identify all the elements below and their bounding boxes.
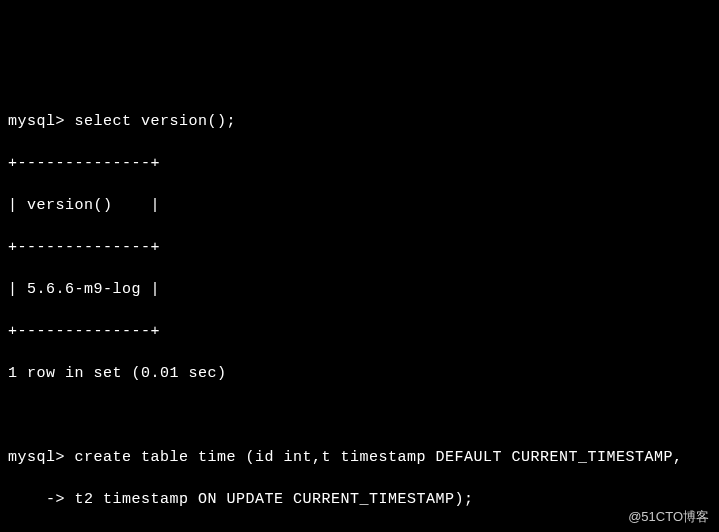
table-border: +--------------+ (8, 237, 711, 258)
table-border: +--------------+ (8, 153, 711, 174)
table-row: | 5.6.6-m9-log | (8, 279, 711, 300)
command: t2 timestamp ON UPDATE CURRENT_TIMESTAMP… (75, 491, 474, 508)
watermark: @51CTO博客 (628, 508, 709, 526)
command: create table time (id int,t timestamp DE… (75, 449, 683, 466)
terminal-output: mysql> select version(); +--------------… (8, 90, 711, 532)
blank-line (8, 405, 711, 426)
command: select version(); (75, 113, 237, 130)
cont-prompt: -> (8, 491, 75, 508)
query2-line2: -> t2 timestamp ON UPDATE CURRENT_TIMEST… (8, 489, 711, 510)
table-border: +--------------+ (8, 321, 711, 342)
table-header: | version() | (8, 195, 711, 216)
prompt: mysql> (8, 449, 75, 466)
query1-line: mysql> select version(); (8, 111, 711, 132)
status-line: 1 row in set (0.01 sec) (8, 363, 711, 384)
prompt: mysql> (8, 113, 75, 130)
query2-line1: mysql> create table time (id int,t times… (8, 447, 711, 468)
